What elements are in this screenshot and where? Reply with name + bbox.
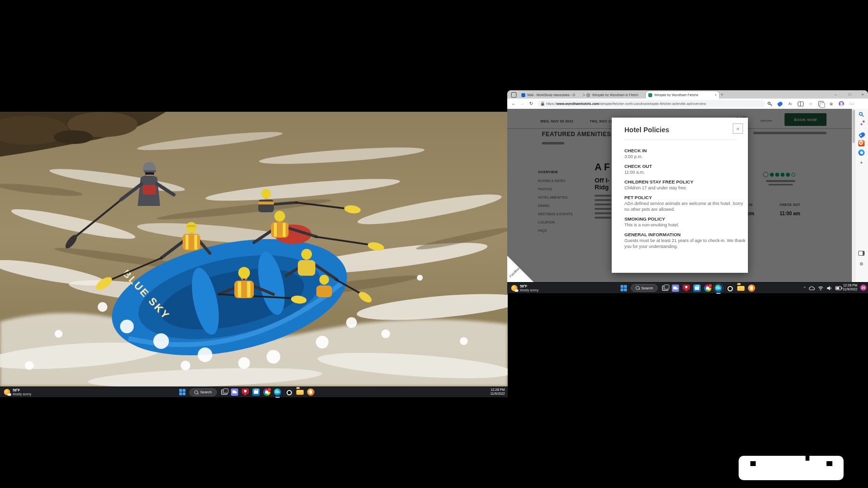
notification-dot (267, 387, 271, 392)
edge-sidebar-rail: ✦ + ⚙ (855, 109, 868, 282)
file-explorer-icon[interactable] (296, 388, 304, 396)
color-wheel-app-icon[interactable] (704, 285, 711, 292)
edge-browser-window: Mail - WorkStudy staceybare - O × Wingat… (507, 90, 868, 282)
floating-white-panel (739, 456, 844, 480)
start-button[interactable] (179, 388, 186, 396)
panel-square (827, 461, 832, 466)
divider (624, 140, 736, 140)
policy-body: Children 17 and under stay free. (624, 185, 747, 191)
policy-body: Guests must be at least 21 years of age … (624, 238, 747, 249)
edge-browser-icon[interactable] (274, 388, 281, 396)
taskbar-right-monitor: 58°F Mostly sunny Search ^ 12:28 PM 11/9… (507, 282, 868, 293)
color-wheel-app-icon[interactable] (263, 388, 270, 396)
tab-groups-icon[interactable]: ⊕ (827, 100, 835, 107)
tray-chevron-up-icon[interactable]: ^ (804, 286, 806, 290)
clock[interactable]: 12:28 PM 11/9/2022 (843, 284, 857, 291)
task-view-button[interactable] (661, 285, 668, 292)
password-key-icon[interactable] (766, 100, 773, 107)
maximize-button[interactable]: □ (845, 90, 855, 98)
sidebar-search-icon[interactable] (858, 111, 865, 118)
teams-icon[interactable] (672, 285, 679, 292)
new-tab-button[interactable]: + (719, 91, 725, 98)
read-aloud-icon[interactable]: A) (786, 100, 794, 107)
policy-section: CHILDREN STAY FREE POLICY Children 17 an… (624, 179, 736, 191)
wallpaper-photo: BLUE SKY (0, 112, 508, 386)
tab-title: Wingate by Wyndham in Fletch (592, 93, 644, 97)
policy-section: CHECK OUT 11:00 a.m. (624, 163, 736, 175)
weather-temp: 58°F (13, 388, 31, 392)
office-icon[interactable] (858, 140, 865, 147)
sidebar-settings-gear-icon[interactable]: ⚙ (858, 260, 865, 267)
shopping-tag-icon[interactable] (776, 100, 784, 107)
tab-close-icon[interactable]: × (715, 93, 717, 97)
modal-title: Hotel Policies (624, 125, 736, 134)
profile-avatar[interactable] (838, 100, 845, 107)
weather-icon (511, 285, 517, 291)
notification-count-badge[interactable]: 20 (860, 285, 867, 291)
back-button[interactable]: ← (510, 100, 517, 107)
wifi-icon[interactable] (818, 285, 824, 291)
forward-button[interactable]: → (519, 100, 526, 107)
edge-browser-icon-active[interactable] (715, 285, 722, 292)
minimize-button[interactable]: – (830, 90, 841, 98)
start-button[interactable] (620, 285, 627, 292)
teams-icon[interactable] (231, 388, 238, 396)
task-view-button[interactable] (220, 388, 227, 396)
policy-heading: PET POLICY (624, 195, 736, 201)
search-icon (636, 286, 640, 290)
tab-actions-icon[interactable] (511, 92, 517, 98)
outlook-favicon (521, 93, 525, 97)
collections-icon[interactable] (817, 100, 825, 107)
policy-body: 11:00 a.m. (624, 169, 747, 175)
tab-mail[interactable]: Mail - WorkStudy staceybare - O × (519, 91, 588, 99)
tab-search[interactable]: Wingate by Wyndham in Fletch × (584, 91, 650, 99)
orange-app-icon[interactable] (307, 388, 314, 396)
taskbar-left-monitor: 58°F Mostly sunny Search 12:28 PM 11/9/2… (0, 386, 508, 397)
modal-close-button[interactable]: × (733, 123, 743, 134)
discover-sparkle-icon[interactable]: ✦ (858, 121, 865, 128)
microsoft-store-icon[interactable] (252, 388, 260, 396)
split-screen-icon[interactable] (797, 100, 804, 107)
policy-heading: CHECK IN (624, 148, 736, 154)
settings-more-icon[interactable]: ⋯ (848, 100, 855, 107)
microsoft-store-icon[interactable] (693, 285, 701, 292)
tab-wyndham-active[interactable]: Wingate by Wyndham Fletche × (646, 91, 719, 99)
policy-heading: GENERAL INFORMATION (624, 232, 736, 238)
weather-temp: 58°F (520, 285, 538, 288)
address-bar[interactable]: https://www.wyndhamhotels.com/wingate/fl… (537, 100, 765, 107)
tab-separator (583, 93, 583, 97)
search-box[interactable]: Search (189, 388, 217, 396)
sidebar-add-icon[interactable]: + (858, 159, 865, 166)
volume-icon[interactable] (827, 285, 832, 291)
policy-body: This is a non-smoking hotel. (624, 222, 747, 228)
url-text: https://www.wyndhamhotels.com/wingate/fl… (546, 102, 706, 105)
antivirus-shield-icon[interactable] (682, 285, 690, 292)
battery-icon[interactable] (835, 285, 843, 291)
close-window-button[interactable]: × (857, 90, 868, 98)
dark-ring-app-icon[interactable] (725, 284, 734, 292)
onedrive-cloud-icon[interactable] (808, 285, 815, 291)
taskbar-icon-cluster: Search (179, 387, 314, 397)
clock-time: 12:28 PM (843, 284, 857, 287)
clock[interactable]: 12:28 PM 11/9/2022 (490, 388, 505, 396)
refresh-button[interactable]: ↻ (528, 100, 535, 107)
tab-strip: Mail - WorkStudy staceybare - O × Wingat… (507, 90, 868, 99)
policy-body: ADA defined service animals are welcome … (624, 201, 747, 212)
favorites-star-icon[interactable]: ☆ (807, 100, 814, 107)
clock-time: 12:28 PM (490, 388, 505, 392)
orange-app-icon[interactable] (748, 285, 755, 292)
blue-app-icon[interactable] (858, 149, 865, 156)
antivirus-shield-icon[interactable] (242, 388, 249, 396)
dark-ring-app-icon[interactable] (285, 388, 293, 396)
policy-section: GENERAL INFORMATION Guests must be at le… (624, 232, 736, 249)
wyndham-favicon (648, 93, 652, 97)
sidebar-shopping-icon[interactable] (858, 130, 865, 138)
file-explorer-icon[interactable] (737, 285, 744, 292)
search-box[interactable]: Search (631, 284, 658, 292)
tab-title: Wingate by Wyndham Fletche (654, 93, 713, 97)
system-tray: ^ (804, 283, 843, 293)
policy-section: SMOKING POLICY This is a non-smoking hot… (624, 216, 736, 228)
page-viewport: WED, NOV 09 2022 THU, NOV 10 2022 FEATUR… (507, 109, 852, 282)
clock-date: 11/9/2022 (490, 392, 505, 396)
sidebar-panel-icon[interactable] (858, 249, 865, 257)
